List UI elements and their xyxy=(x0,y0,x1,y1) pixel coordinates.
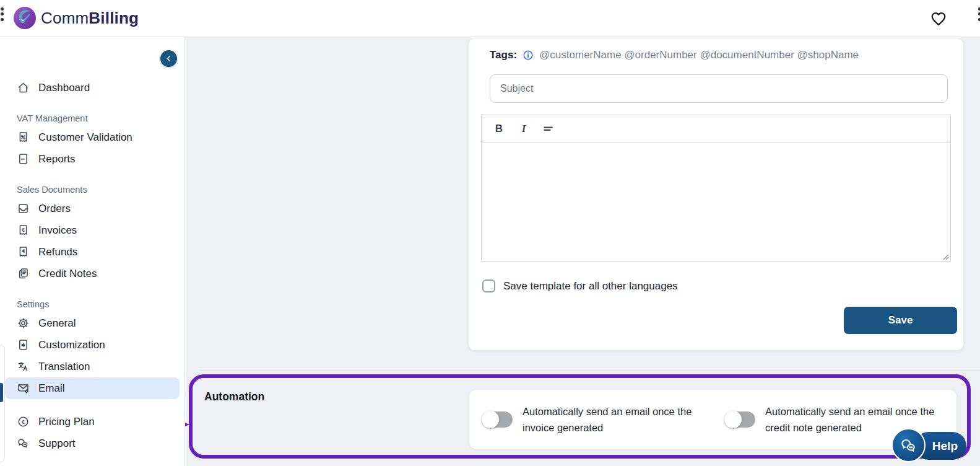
subject-input[interactable] xyxy=(490,74,948,103)
sidebar-item-general[interactable]: General xyxy=(0,312,184,334)
brand-logo[interactable]: CommBilling xyxy=(13,6,139,30)
email-body-textarea[interactable] xyxy=(482,143,950,262)
sidebar-item-customization[interactable]: Customization xyxy=(0,334,184,356)
sidebar-item-customer-validation[interactable]: Customer Validation xyxy=(0,126,184,148)
sidebar-item-label: Reports xyxy=(38,153,76,165)
favorites-heart-icon[interactable] xyxy=(930,10,947,27)
resize-handle-icon[interactable] xyxy=(942,253,949,260)
chat-bubbles-icon xyxy=(900,436,918,455)
toggle-knob xyxy=(724,411,742,428)
sidebar-item-credit-notes[interactable]: Credit Notes xyxy=(0,263,184,284)
tags-label: Tags: xyxy=(490,49,517,61)
sidebar-item-label: Translation xyxy=(38,361,90,373)
credit-note-email-toggle[interactable] xyxy=(724,411,755,428)
sidebar-item-label: Customer Validation xyxy=(38,131,132,144)
receipt-refund-icon xyxy=(17,245,30,258)
automation-toggles-card: Automatically send an email once the inv… xyxy=(469,390,956,449)
editor-toolbar: B I xyxy=(482,115,950,143)
email-template-card: Tags: @customerName @orderNumber @docume… xyxy=(469,38,963,350)
tags-placeholders: @customerName @orderNumber @documentNumb… xyxy=(539,49,859,61)
document-star-icon xyxy=(17,338,30,351)
sidebar-nav: Dashboard VAT Management Customer Valida… xyxy=(0,37,185,466)
invoice-email-toggle-label: Automatically send an email once the inv… xyxy=(523,403,702,436)
logo-icon xyxy=(13,6,37,30)
bold-button[interactable]: B xyxy=(489,119,509,139)
sidebar-item-invoices[interactable]: € Invoices xyxy=(0,219,184,241)
info-icon[interactable] xyxy=(523,50,534,61)
italic-button[interactable]: I xyxy=(514,119,534,139)
sidebar-item-support[interactable]: Support xyxy=(0,433,184,454)
sidebar-item-dashboard[interactable]: Dashboard xyxy=(0,77,184,99)
sidebar-section-sales-documents: Sales Documents xyxy=(17,185,184,195)
sidebar-item-label: Email xyxy=(38,382,65,395)
sidebar-item-translation[interactable]: Translation xyxy=(0,356,184,377)
chat-bubbles-icon xyxy=(17,437,30,450)
receipt-percent-icon xyxy=(17,131,30,144)
sidebar-item-label: Credit Notes xyxy=(38,268,97,280)
chevron-left-icon xyxy=(165,55,173,63)
help-chat-bubble-button[interactable] xyxy=(891,428,926,462)
editor-body xyxy=(482,143,950,262)
sidebar-item-label: Pricing Plan xyxy=(38,416,95,428)
sidebar-nav-list: Dashboard VAT Management Customer Valida… xyxy=(0,37,184,454)
align-button[interactable] xyxy=(539,119,558,139)
mail-gear-icon xyxy=(17,382,30,395)
sidebar-section-vat-management: VAT Management xyxy=(17,113,184,123)
euro-circle-icon: € xyxy=(17,415,30,428)
top-header: CommBilling xyxy=(0,0,980,37)
translate-icon xyxy=(17,360,30,373)
sidebar-item-email[interactable]: Email xyxy=(5,377,180,399)
align-left-icon xyxy=(542,123,555,135)
sidebar-item-label: Customization xyxy=(38,339,105,351)
sidebar-item-label: Refunds xyxy=(38,246,77,258)
receipt-euro-icon: € xyxy=(17,224,30,237)
toggle-knob xyxy=(482,411,499,428)
sidebar-item-label: Support xyxy=(38,437,76,450)
section-divider xyxy=(199,371,980,371)
brand-prefix: Comm xyxy=(41,9,89,27)
sidebar-collapse-button[interactable] xyxy=(160,50,177,67)
automation-title: Automation xyxy=(204,390,264,403)
save-button[interactable]: Save xyxy=(844,307,957,334)
brand-text: CommBilling xyxy=(41,9,139,28)
edge-panel-strip xyxy=(0,345,5,462)
sidebar-section-settings: Settings xyxy=(17,299,184,309)
svg-text:€: € xyxy=(22,227,25,233)
sidebar-item-label: Invoices xyxy=(38,224,77,237)
save-all-languages-row: Save template for all other languages xyxy=(482,279,678,292)
sidebar-item-pricing-plan[interactable]: € Pricing Plan xyxy=(0,411,184,433)
home-icon xyxy=(17,81,30,94)
sidebar-item-orders[interactable]: Orders xyxy=(0,198,184,219)
app-window: CommBilling Dashboard VAT Management xyxy=(0,0,980,466)
left-kebab-menu-icon[interactable] xyxy=(0,5,5,32)
sidebar-item-label: Orders xyxy=(38,203,71,215)
active-item-indicator xyxy=(0,383,3,402)
svg-text:€: € xyxy=(22,418,25,425)
help-label: Help xyxy=(932,439,958,453)
documents-stack-icon xyxy=(17,267,30,280)
invoice-email-toggle-row: Automatically send an email once the inv… xyxy=(482,390,702,449)
document-icon xyxy=(17,152,30,165)
sidebar-item-refunds[interactable]: Refunds xyxy=(0,241,184,263)
rich-text-editor: B I xyxy=(481,115,951,262)
tags-row: Tags: @customerName @orderNumber @docume… xyxy=(490,49,859,61)
right-kebab-menu-icon[interactable] xyxy=(976,5,980,32)
inbox-icon xyxy=(17,202,30,215)
gear-icon xyxy=(17,317,30,330)
save-all-languages-checkbox[interactable] xyxy=(482,279,495,292)
brand-suffix: Billing xyxy=(89,9,139,27)
sidebar-item-reports[interactable]: Reports xyxy=(0,148,184,170)
invoice-email-toggle[interactable] xyxy=(482,411,513,428)
sidebar-item-label: General xyxy=(38,317,76,330)
sidebar-item-label: Dashboard xyxy=(38,82,90,94)
sidebar-group-gap xyxy=(0,399,184,411)
save-all-languages-label: Save template for all other languages xyxy=(503,280,678,292)
